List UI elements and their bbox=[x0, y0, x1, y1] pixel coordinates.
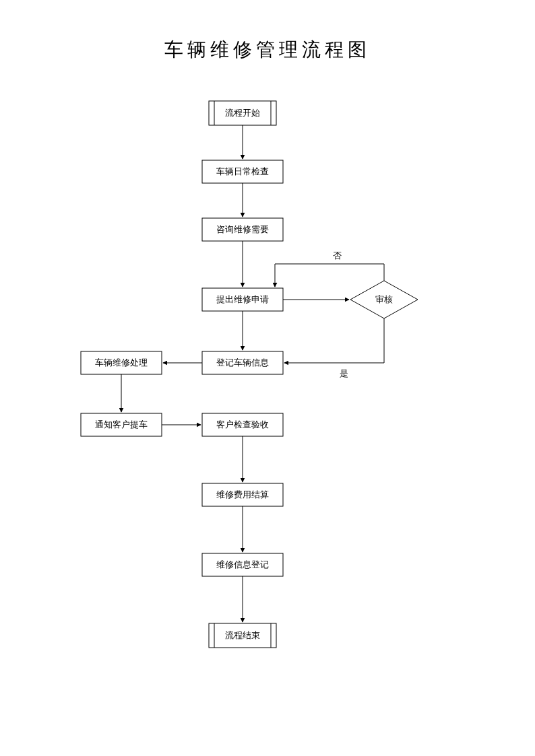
node-daily-check: 车辆日常检查 bbox=[202, 160, 283, 183]
node-consult-label: 咨询维修需要 bbox=[216, 224, 269, 234]
node-audit: 审核 bbox=[350, 281, 418, 318]
node-log-label: 维修信息登记 bbox=[216, 559, 269, 570]
node-inspect: 客户检查验收 bbox=[202, 413, 283, 436]
node-repair: 车辆维修处理 bbox=[81, 351, 162, 374]
node-notify: 通知客户提车 bbox=[81, 413, 162, 436]
node-log: 维修信息登记 bbox=[202, 553, 283, 576]
node-start-label: 流程开始 bbox=[225, 108, 260, 118]
node-settle-label: 维修费用结算 bbox=[216, 489, 269, 500]
flowchart-svg: 流程开始 车辆日常检查 咨询维修需要 提出维修申请 审核 bbox=[0, 0, 535, 756]
node-end-label: 流程结束 bbox=[225, 630, 260, 640]
node-apply: 提出维修申请 bbox=[202, 288, 283, 311]
node-daily-check-label: 车辆日常检查 bbox=[216, 166, 269, 176]
edge-audit-no bbox=[275, 264, 384, 287]
node-register-info: 登记车辆信息 bbox=[202, 351, 283, 374]
page: 车辆维修管理流程图 流程开始 车辆日常检查 咨询维修需要 bbox=[0, 0, 535, 756]
edge-audit-no-label: 否 bbox=[333, 250, 342, 261]
edge-audit-yes-label: 是 bbox=[340, 368, 348, 378]
node-audit-label: 审核 bbox=[375, 294, 393, 304]
node-start: 流程开始 bbox=[209, 101, 276, 125]
node-apply-label: 提出维修申请 bbox=[216, 294, 269, 304]
node-settle: 维修费用结算 bbox=[202, 483, 283, 506]
node-register-info-label: 登记车辆信息 bbox=[216, 357, 269, 368]
node-end: 流程结束 bbox=[209, 623, 276, 648]
edge-audit-yes bbox=[284, 318, 384, 363]
node-notify-label: 通知客户提车 bbox=[95, 419, 148, 429]
node-repair-label: 车辆维修处理 bbox=[95, 357, 148, 368]
node-consult: 咨询维修需要 bbox=[202, 218, 283, 241]
node-inspect-label: 客户检查验收 bbox=[216, 419, 269, 429]
